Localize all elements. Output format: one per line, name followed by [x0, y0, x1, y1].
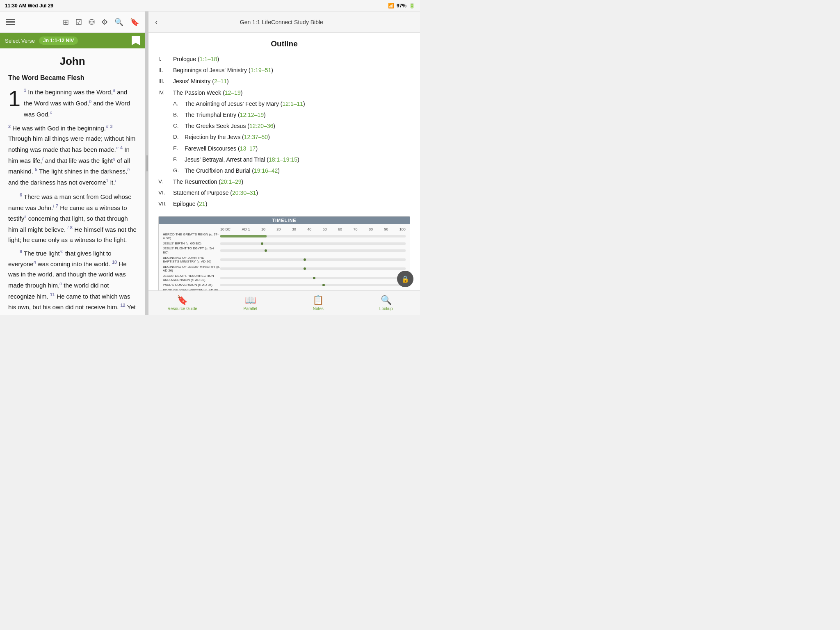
verse-bar: Select Verse Jn 1:1-12 NIV	[0, 33, 145, 48]
note-a[interactable]: a	[113, 88, 115, 93]
notes-icon: 📋	[313, 295, 324, 306]
outline-item-6: VI. Statement of Purpose (20:30–31)	[158, 188, 410, 198]
outline-list: I. Prologue (1:1–18) II. Beginnings of J…	[158, 54, 410, 210]
verse-num-10: 10	[112, 260, 117, 265]
note-l[interactable]: l	[67, 225, 68, 230]
note-f[interactable]: f	[42, 156, 43, 161]
timeline-row-egypt: JESUS' FLIGHT TO EGYPT (c. 5/4 BC)	[163, 247, 406, 254]
outline-link-3[interactable]: 2–11	[214, 78, 227, 84]
main-layout: ⊞ ☑ ⛁ ⚙ 🔍 🔖 Select Verse Jn 1:1-12 NIV J…	[0, 11, 420, 315]
outline-link-1[interactable]: 1:1–18	[200, 56, 217, 62]
outline-link-4d[interactable]: 12:37–50	[244, 134, 268, 140]
verse-num-6: 6	[20, 192, 22, 197]
share-icon[interactable]: ⛁	[89, 18, 95, 27]
right-panel: ‹ Gen 1:1 LifeConnect Study Bible Outlin…	[148, 11, 420, 290]
toolbar-right: ⊞ ☑ ⛁ ⚙ 🔍 🔖	[63, 18, 139, 27]
outline-link-4b[interactable]: 12:12–19	[240, 112, 264, 118]
menu-icon[interactable]	[6, 19, 15, 25]
section-heading: The Word Became Flesh	[8, 74, 137, 82]
tab-parallel-label: Parallel	[244, 306, 257, 311]
right-panel-wrapper: ‹ Gen 1:1 LifeConnect Study Bible Outlin…	[148, 11, 420, 315]
chapter-block: 1 1 In the beginning was the Word,a and …	[8, 87, 137, 119]
note-m[interactable]: m	[60, 249, 64, 254]
outline-link-2[interactable]: 1:19–51	[251, 67, 272, 73]
resource-guide-icon: 🔖	[177, 295, 188, 306]
note-d[interactable]: d	[106, 124, 108, 129]
outline-link-4f[interactable]: 18:1–19:15	[269, 156, 297, 163]
status-bar: 11:30 AM Wed Jul 29 📶 97% 🔋	[0, 0, 420, 11]
outline-link-4g[interactable]: 19:16–42	[254, 167, 278, 174]
panel-divider[interactable]	[145, 11, 148, 315]
timeline-row-death: JESUS' DEATH, RESURRECTION AND ASCENSION…	[163, 274, 406, 282]
status-time: 11:30 AM Wed Jul 29	[5, 3, 53, 9]
verse-num-11: 11	[50, 292, 55, 297]
toolbar-left	[6, 19, 15, 25]
outline-item-3: III. Jesus' Ministry (2–11)	[158, 76, 410, 87]
tab-lookup[interactable]: 🔍 Lookup	[352, 291, 420, 315]
lookup-icon: 🔍	[381, 295, 392, 306]
tab-parallel[interactable]: 📖 Parallel	[217, 291, 285, 315]
outline-title: Outline	[158, 39, 410, 48]
timeline-row-paul: PAUL'S CONVERSION (c. AD 35)	[163, 283, 406, 287]
outline-link-6[interactable]: 20:30–31	[232, 189, 256, 196]
outline-item-4a: A. The Anointing of Jesus' Feet by Mary …	[158, 99, 410, 109]
outline-item-1: I. Prologue (1:1–18)	[158, 54, 410, 64]
note-g[interactable]: g	[113, 156, 115, 161]
outline-link-4[interactable]: 12–19	[225, 89, 241, 96]
bible-text-area: John The Word Became Flesh 1 1 In the be…	[0, 48, 145, 315]
timeline-container: TIMELINE 10 BC AD 1 10 20 30 40 50 60 70	[158, 216, 410, 290]
lock-button[interactable]: 🔒	[397, 271, 413, 287]
books-icon[interactable]: ⊞	[63, 18, 69, 27]
bottom-tab-bar: 🔖 Resource Guide 📖 Parallel 📋 Notes 🔍 Lo…	[148, 290, 420, 315]
verse-num-8: 8	[70, 225, 73, 230]
note-i[interactable]: i	[115, 178, 116, 183]
outline-item-4e: E. Farewell Discourses (13–17)	[158, 144, 410, 154]
verse-num-9: 9	[20, 249, 22, 254]
verse-num-2: 2	[8, 124, 11, 129]
outline-link-7[interactable]: 21	[199, 201, 205, 207]
outline-item-5: V. The Resurrection (20:1–29)	[158, 177, 410, 187]
tab-resource-guide[interactable]: 🔖 Resource Guide	[148, 291, 217, 315]
note-b[interactable]: b	[89, 99, 91, 104]
right-header-title: Gen 1:1 LifeConnect Study Bible	[163, 19, 400, 25]
search-icon[interactable]: 🔍	[114, 18, 123, 27]
note-e[interactable]: e	[116, 145, 119, 150]
outline-link-5[interactable]: 20:1–29	[221, 178, 242, 185]
tab-notes-label: Notes	[313, 306, 324, 311]
timeline-header: TIMELINE	[159, 217, 410, 224]
parallel-icon: 📖	[245, 295, 256, 306]
timeline-row-herod: HEROD THE GREAT'S REIGN (c. 37–4 BC)	[163, 233, 406, 240]
wifi-icon: 📶	[388, 3, 394, 9]
note-j[interactable]: j	[53, 203, 54, 208]
back-button[interactable]: ‹	[155, 17, 158, 27]
note-n[interactable]: n	[34, 260, 36, 265]
outline-link-4e[interactable]: 13–17	[240, 145, 256, 152]
battery-status: 97%	[397, 3, 406, 9]
note-k[interactable]: k	[24, 214, 27, 219]
outline-item-4c: C. The Greeks Seek Jesus (12:20–36)	[158, 121, 410, 131]
bookmark-icon[interactable]: 🔖	[130, 18, 139, 27]
outline-item-4d: D. Rejection by the Jews (12:37–50)	[158, 132, 410, 142]
timeline-body: 10 BC AD 1 10 20 30 40 50 60 70 80 90 10…	[159, 224, 410, 290]
outline-item-4b: B. The Triumphal Entry (12:12–19)	[158, 110, 410, 120]
verse-1-text: 1 In the beginning was the Word,a and th…	[24, 87, 137, 119]
note-c[interactable]: c	[50, 110, 52, 115]
note-o[interactable]: o	[59, 281, 62, 286]
settings-icon[interactable]: ⚙	[101, 18, 108, 27]
select-verse-button[interactable]: Select Verse	[5, 38, 35, 44]
timeline-row-john-ministry: BEGINNING OF JOHN THE BAPTIST'S MINISTRY…	[163, 256, 406, 264]
tab-notes[interactable]: 📋 Notes	[284, 291, 352, 315]
current-verse-pill[interactable]: Jn 1:1-12 NIV	[39, 37, 78, 45]
right-header: ‹ Gen 1:1 LifeConnect Study Bible	[148, 11, 420, 33]
verse-num-12: 12	[120, 303, 125, 308]
outline-item-2: II. Beginnings of Jesus' Ministry (1:19–…	[158, 65, 410, 75]
note-h[interactable]: h	[127, 167, 130, 172]
bookmark-check-icon[interactable]: ☑	[75, 18, 82, 27]
status-right: 📶 97% 🔋	[388, 3, 415, 9]
bookmark-filled-icon[interactable]	[132, 36, 140, 45]
verse-num-1: 1	[24, 88, 26, 93]
verse-num-5: 5	[35, 167, 37, 172]
battery-icon: 🔋	[409, 3, 415, 9]
outline-link-4c[interactable]: 12:20–36	[249, 123, 273, 129]
outline-link-4a[interactable]: 12:1–11	[282, 100, 303, 107]
